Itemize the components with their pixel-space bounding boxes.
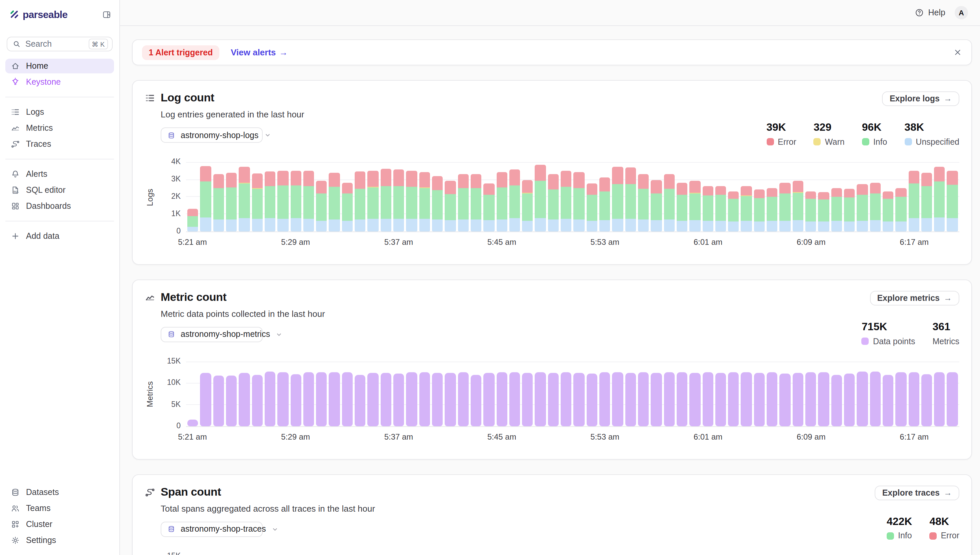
bar[interactable] [689,373,700,426]
search-input[interactable]: Search ⌘ K [7,37,113,51]
bar[interactable] [393,373,404,426]
bar[interactable] [226,375,237,426]
bar[interactable] [754,373,765,426]
bar[interactable] [715,186,726,231]
bar[interactable] [252,375,263,426]
bar[interactable] [819,372,829,426]
bar[interactable] [329,372,340,426]
bar[interactable] [226,173,237,231]
bar[interactable] [471,174,482,231]
bar[interactable] [239,167,250,231]
bar[interactable] [406,170,417,231]
bar[interactable] [509,170,520,231]
bar[interactable] [445,372,456,426]
bar[interactable] [625,167,636,231]
bar[interactable] [368,170,379,231]
bar[interactable] [342,183,353,231]
sidebar-item-metrics[interactable]: Metrics [5,121,114,135]
bar[interactable] [574,372,585,426]
bar[interactable] [187,209,198,231]
dataset-select[interactable]: astronomy-shop-traces [161,521,263,537]
bar[interactable] [252,173,263,231]
bar[interactable] [882,375,894,426]
bar[interactable] [200,373,211,426]
bar[interactable] [767,372,778,426]
sidebar-item-alerts[interactable]: Alerts [5,167,114,181]
bar[interactable] [496,172,507,231]
bar[interactable] [316,372,327,426]
bar[interactable] [522,372,533,426]
bar[interactable] [612,372,623,426]
bar[interactable] [947,170,958,231]
bar[interactable] [819,192,829,231]
bar[interactable] [406,372,417,426]
dataset-select[interactable]: astronomy-shop-logs [161,127,263,143]
bar[interactable] [187,420,198,426]
bar[interactable] [934,167,945,231]
bar[interactable] [651,372,662,426]
bar[interactable] [754,190,765,231]
view-alerts-link[interactable]: View alerts → [231,47,288,57]
bar[interactable] [844,189,855,231]
sidebar-item-settings[interactable]: Settings [5,533,114,548]
bar[interactable] [728,191,739,231]
sidebar-item-add-data[interactable]: Add data [5,229,114,244]
sidebar-item-traces[interactable]: Traces [5,137,114,151]
bar[interactable] [355,172,366,231]
bar[interactable] [277,372,288,426]
bar[interactable] [702,372,713,426]
dataset-select[interactable]: astronomy-shop-metrics [161,327,263,342]
bar[interactable] [239,372,250,426]
bar[interactable] [921,172,932,231]
bar[interactable] [265,172,276,231]
bar[interactable] [213,375,224,426]
bar[interactable] [432,176,443,231]
bar[interactable] [895,188,906,231]
bar[interactable] [471,375,482,426]
sidebar-item-home[interactable]: Home [5,59,114,73]
bar[interactable] [908,171,919,231]
sidebar-collapse-icon[interactable] [102,10,111,19]
bar[interactable] [213,174,224,231]
bar[interactable] [574,172,585,231]
bar[interactable] [857,372,868,426]
bar[interactable] [625,373,636,426]
bar[interactable] [483,183,494,231]
bar[interactable] [947,372,958,426]
close-icon[interactable] [953,48,962,57]
bar[interactable] [895,372,906,426]
bar[interactable] [561,372,572,426]
bar[interactable] [638,174,649,231]
sidebar-item-sql-editor[interactable]: SQL SQL editor [5,183,114,197]
bar[interactable] [805,372,816,426]
bar[interactable] [458,174,468,231]
bar[interactable] [702,186,713,231]
bar[interactable] [663,174,675,231]
bar[interactable] [522,180,533,231]
sidebar-item-cluster[interactable]: Cluster [5,517,114,532]
bar[interactable] [780,373,791,426]
bar[interactable] [535,372,546,426]
bar[interactable] [483,373,494,426]
sidebar-item-datasets[interactable]: Datasets [5,485,114,500]
explore-traces-button[interactable]: Explore traces → [875,485,959,500]
bar[interactable] [689,181,700,231]
help-button[interactable]: Help [915,8,945,18]
bar[interactable] [663,372,675,426]
sidebar-item-keystone[interactable]: Keystone [5,75,114,89]
bar[interactable] [368,373,379,426]
bar[interactable] [677,372,687,426]
bar[interactable] [612,167,623,231]
bar[interactable] [831,188,842,231]
bar[interactable] [380,372,391,426]
bar[interactable] [600,372,610,426]
bar[interactable] [651,180,662,231]
bar[interactable] [831,375,842,426]
bar[interactable] [586,183,597,231]
bar[interactable] [548,174,559,231]
bar[interactable] [586,373,597,426]
bar[interactable] [870,183,881,231]
bar[interactable] [496,372,507,426]
bar[interactable] [767,188,778,231]
bar[interactable] [792,372,803,426]
